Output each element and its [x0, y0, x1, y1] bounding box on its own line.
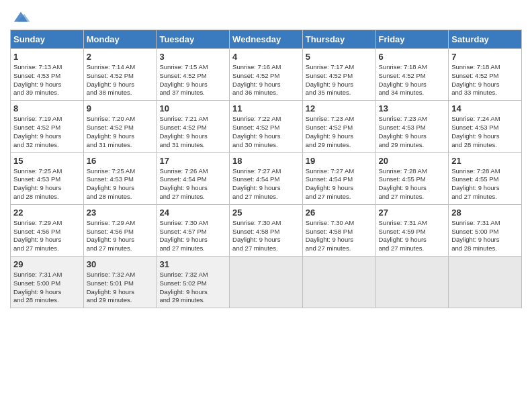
logo-icon: [11, 9, 30, 24]
day-number: 26: [306, 208, 373, 218]
day-number: 31: [159, 259, 226, 269]
calendar-week-row: 29Sunrise: 7:31 AM Sunset: 5:00 PM Dayli…: [11, 257, 522, 308]
calendar-cell: 13Sunrise: 7:23 AM Sunset: 4:53 PM Dayli…: [375, 101, 449, 152]
calendar-cell: 6Sunrise: 7:18 AM Sunset: 4:52 PM Daylig…: [375, 49, 449, 101]
calendar-cell: 23Sunrise: 7:29 AM Sunset: 4:56 PM Dayli…: [83, 204, 157, 256]
calendar-cell: 30Sunrise: 7:32 AM Sunset: 5:01 PM Dayli…: [83, 257, 157, 308]
day-info: Sunrise: 7:29 AM Sunset: 4:56 PM Dayligh…: [13, 219, 81, 253]
day-of-week-header: Sunday: [11, 30, 84, 49]
day-number: 15: [13, 156, 81, 166]
calendar-cell: [449, 257, 522, 308]
day-info: Sunrise: 7:26 AM Sunset: 4:54 PM Dayligh…: [159, 167, 226, 201]
calendar-cell: 29Sunrise: 7:31 AM Sunset: 5:00 PM Dayli…: [11, 257, 84, 308]
day-info: Sunrise: 7:17 AM Sunset: 4:52 PM Dayligh…: [306, 63, 373, 97]
calendar-cell: 28Sunrise: 7:31 AM Sunset: 5:00 PM Dayli…: [449, 204, 522, 256]
calendar-cell: 25Sunrise: 7:30 AM Sunset: 4:58 PM Dayli…: [230, 204, 303, 256]
day-number: 4: [232, 52, 300, 62]
day-info: Sunrise: 7:16 AM Sunset: 4:52 PM Dayligh…: [232, 63, 300, 97]
calendar-week-row: 8Sunrise: 7:19 AM Sunset: 4:52 PM Daylig…: [11, 101, 522, 152]
calendar-cell: 26Sunrise: 7:30 AM Sunset: 4:58 PM Dayli…: [302, 204, 375, 256]
day-info: Sunrise: 7:25 AM Sunset: 4:53 PM Dayligh…: [13, 167, 81, 201]
calendar-cell: [230, 257, 303, 308]
calendar-cell: 21Sunrise: 7:28 AM Sunset: 4:55 PM Dayli…: [449, 152, 522, 204]
calendar-week-row: 22Sunrise: 7:29 AM Sunset: 4:56 PM Dayli…: [11, 204, 522, 256]
day-number: 12: [306, 103, 373, 113]
day-info: Sunrise: 7:14 AM Sunset: 4:52 PM Dayligh…: [87, 63, 154, 97]
day-info: Sunrise: 7:29 AM Sunset: 4:56 PM Dayligh…: [87, 219, 154, 253]
calendar-cell: 18Sunrise: 7:27 AM Sunset: 4:54 PM Dayli…: [230, 152, 303, 204]
day-info: Sunrise: 7:18 AM Sunset: 4:52 PM Dayligh…: [451, 63, 519, 97]
day-number: 19: [306, 156, 373, 166]
day-of-week-header: Tuesday: [157, 30, 230, 49]
day-number: 2: [87, 52, 154, 62]
day-number: 21: [451, 156, 519, 166]
day-info: Sunrise: 7:27 AM Sunset: 4:54 PM Dayligh…: [232, 167, 300, 201]
day-number: 28: [451, 208, 519, 218]
calendar-cell: 14Sunrise: 7:24 AM Sunset: 4:53 PM Dayli…: [449, 101, 522, 152]
calendar-cell: 27Sunrise: 7:31 AM Sunset: 4:59 PM Dayli…: [375, 204, 449, 256]
day-number: 23: [87, 208, 154, 218]
day-of-week-header: Wednesday: [230, 30, 303, 49]
day-of-week-header: Monday: [83, 30, 157, 49]
day-info: Sunrise: 7:28 AM Sunset: 4:55 PM Dayligh…: [379, 167, 446, 201]
day-number: 3: [159, 52, 226, 62]
calendar-cell: 16Sunrise: 7:25 AM Sunset: 4:53 PM Dayli…: [83, 152, 157, 204]
calendar-week-row: 15Sunrise: 7:25 AM Sunset: 4:53 PM Dayli…: [11, 152, 522, 204]
calendar-week-row: 1Sunrise: 7:13 AM Sunset: 4:53 PM Daylig…: [11, 49, 522, 101]
calendar-cell: 11Sunrise: 7:22 AM Sunset: 4:52 PM Dayli…: [230, 101, 303, 152]
day-number: 8: [13, 103, 81, 113]
day-number: 22: [13, 208, 81, 218]
day-info: Sunrise: 7:31 AM Sunset: 5:00 PM Dayligh…: [13, 271, 81, 305]
calendar-cell: 19Sunrise: 7:27 AM Sunset: 4:54 PM Dayli…: [302, 152, 375, 204]
day-of-week-header: Saturday: [449, 30, 522, 49]
day-info: Sunrise: 7:21 AM Sunset: 4:52 PM Dayligh…: [159, 115, 226, 149]
day-number: 10: [159, 103, 226, 113]
day-info: Sunrise: 7:32 AM Sunset: 5:02 PM Dayligh…: [159, 271, 226, 305]
calendar-cell: 2Sunrise: 7:14 AM Sunset: 4:52 PM Daylig…: [83, 49, 157, 101]
day-info: Sunrise: 7:30 AM Sunset: 4:58 PM Dayligh…: [306, 219, 373, 253]
day-info: Sunrise: 7:31 AM Sunset: 4:59 PM Dayligh…: [379, 219, 446, 253]
calendar-table: SundayMondayTuesdayWednesdayThursdayFrid…: [10, 30, 522, 308]
day-number: 11: [232, 103, 300, 113]
day-number: 16: [87, 156, 154, 166]
day-info: Sunrise: 7:23 AM Sunset: 4:52 PM Dayligh…: [306, 115, 373, 149]
calendar-header-row: SundayMondayTuesdayWednesdayThursdayFrid…: [11, 30, 522, 49]
day-info: Sunrise: 7:23 AM Sunset: 4:53 PM Dayligh…: [379, 115, 446, 149]
calendar-cell: [302, 257, 375, 308]
day-info: Sunrise: 7:18 AM Sunset: 4:52 PM Dayligh…: [379, 63, 446, 97]
calendar-cell: 20Sunrise: 7:28 AM Sunset: 4:55 PM Dayli…: [375, 152, 449, 204]
day-info: Sunrise: 7:24 AM Sunset: 4:53 PM Dayligh…: [451, 115, 519, 149]
day-info: Sunrise: 7:13 AM Sunset: 4:53 PM Dayligh…: [13, 63, 81, 97]
logo: [10, 9, 30, 27]
day-of-week-header: Thursday: [302, 30, 375, 49]
day-info: Sunrise: 7:20 AM Sunset: 4:52 PM Dayligh…: [87, 115, 154, 149]
day-info: Sunrise: 7:25 AM Sunset: 4:53 PM Dayligh…: [87, 167, 154, 201]
day-number: 20: [379, 156, 446, 166]
day-info: Sunrise: 7:28 AM Sunset: 4:55 PM Dayligh…: [451, 167, 519, 201]
calendar-cell: 24Sunrise: 7:30 AM Sunset: 4:57 PM Dayli…: [157, 204, 230, 256]
day-number: 6: [379, 52, 446, 62]
day-number: 9: [87, 103, 154, 113]
calendar-cell: 10Sunrise: 7:21 AM Sunset: 4:52 PM Dayli…: [157, 101, 230, 152]
calendar-cell: [375, 257, 449, 308]
day-number: 30: [87, 259, 154, 269]
day-number: 27: [379, 208, 446, 218]
day-number: 5: [306, 52, 373, 62]
day-number: 14: [451, 103, 519, 113]
calendar-cell: 4Sunrise: 7:16 AM Sunset: 4:52 PM Daylig…: [230, 49, 303, 101]
calendar-cell: 7Sunrise: 7:18 AM Sunset: 4:52 PM Daylig…: [449, 49, 522, 101]
day-number: 1: [13, 52, 81, 62]
day-number: 7: [451, 52, 519, 62]
day-number: 17: [159, 156, 226, 166]
calendar-cell: 8Sunrise: 7:19 AM Sunset: 4:52 PM Daylig…: [11, 101, 84, 152]
day-info: Sunrise: 7:32 AM Sunset: 5:01 PM Dayligh…: [87, 271, 154, 305]
day-number: 25: [232, 208, 300, 218]
day-info: Sunrise: 7:30 AM Sunset: 4:58 PM Dayligh…: [232, 219, 300, 253]
calendar-cell: 3Sunrise: 7:15 AM Sunset: 4:52 PM Daylig…: [157, 49, 230, 101]
day-number: 13: [379, 103, 446, 113]
calendar-cell: 22Sunrise: 7:29 AM Sunset: 4:56 PM Dayli…: [11, 204, 84, 256]
calendar-cell: 15Sunrise: 7:25 AM Sunset: 4:53 PM Dayli…: [11, 152, 84, 204]
calendar-cell: 5Sunrise: 7:17 AM Sunset: 4:52 PM Daylig…: [302, 49, 375, 101]
day-number: 18: [232, 156, 300, 166]
day-info: Sunrise: 7:30 AM Sunset: 4:57 PM Dayligh…: [159, 219, 226, 253]
